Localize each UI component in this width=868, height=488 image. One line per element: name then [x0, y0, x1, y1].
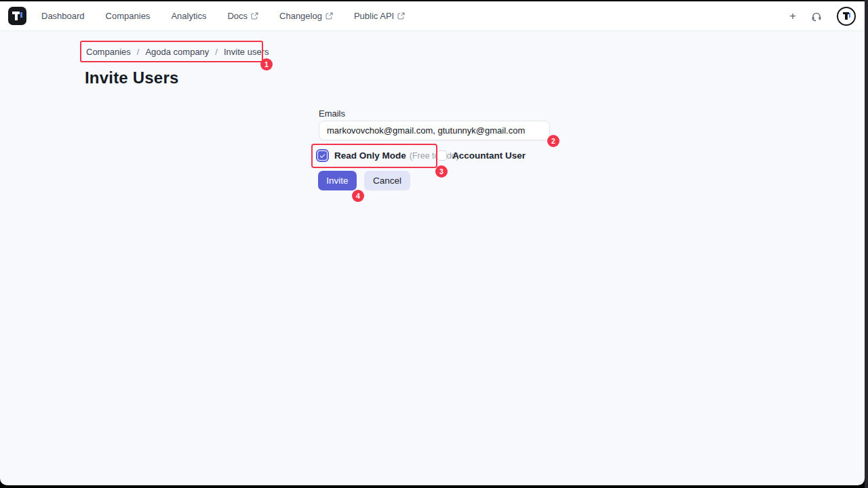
nav-item-public-api[interactable]: Public API: [354, 11, 405, 21]
emails-input[interactable]: [319, 121, 550, 140]
breadcrumb: Companies / Agoda company / Invite users: [86, 47, 269, 57]
read-only-mode-label: Read Only Mode: [334, 150, 406, 161]
accountant-user-label: Accountant User: [452, 150, 526, 161]
nav-item-changelog[interactable]: Changelog: [279, 11, 333, 21]
external-link-icon: [326, 12, 333, 20]
accountant-user-checkbox[interactable]: [437, 150, 447, 161]
app-logo[interactable]: [8, 7, 26, 25]
checkmark-icon: [318, 151, 327, 160]
breadcrumb-companies[interactable]: Companies: [86, 47, 131, 57]
nav-item-analytics[interactable]: Analytics: [171, 11, 206, 21]
topbar-actions: +: [789, 7, 856, 26]
invite-button[interactable]: Invite: [318, 171, 357, 190]
app-window: Dashboard Companies Analytics Docs Chang…: [0, 1, 865, 485]
user-avatar[interactable]: [837, 7, 856, 26]
annotation-badge-4: 4: [352, 190, 364, 202]
cancel-button[interactable]: Cancel: [364, 171, 410, 190]
screen-right-edge: [865, 0, 868, 488]
avatar-t-icon: [838, 8, 854, 24]
annotation-badge-1: 1: [260, 58, 273, 70]
top-nav-bar: Dashboard Companies Analytics Docs Chang…: [0, 1, 865, 31]
nav-links: Dashboard Companies Analytics Docs Chang…: [41, 11, 405, 21]
logo-t-icon: [8, 7, 26, 25]
page-title: Invite Users: [85, 68, 178, 87]
external-link-icon: [251, 12, 258, 20]
support-headset-icon[interactable]: [810, 10, 823, 22]
annotation-badge-3: 3: [435, 165, 448, 178]
read-only-mode-checkbox[interactable]: [316, 149, 329, 162]
emails-label: Emails: [319, 108, 345, 119]
nav-item-docs[interactable]: Docs: [227, 11, 258, 21]
accountant-user-option[interactable]: Accountant User: [437, 150, 526, 161]
breadcrumb-agoda-company[interactable]: Agoda company: [145, 47, 209, 57]
external-link-icon: [397, 12, 405, 20]
nav-item-dashboard[interactable]: Dashboard: [41, 11, 85, 21]
nav-item-companies[interactable]: Companies: [106, 11, 151, 21]
breadcrumb-invite-users[interactable]: Invite users: [224, 47, 269, 57]
breadcrumb-separator: /: [215, 47, 218, 57]
add-icon[interactable]: +: [789, 10, 796, 22]
breadcrumb-separator: /: [137, 47, 140, 57]
